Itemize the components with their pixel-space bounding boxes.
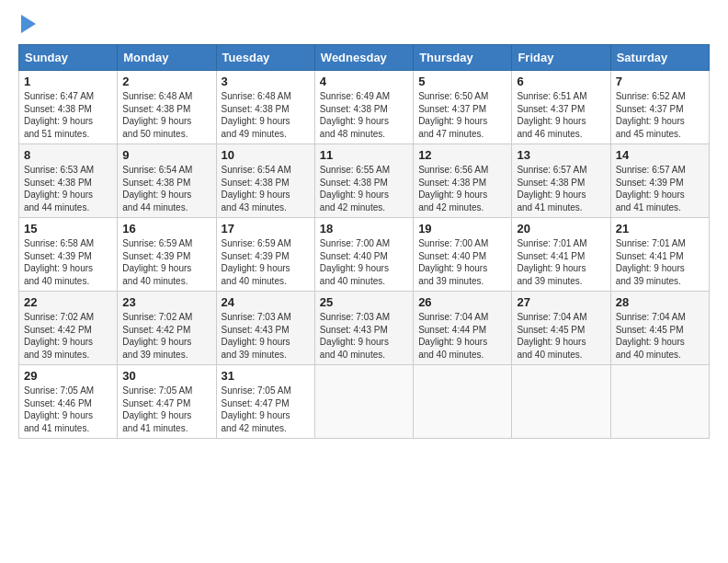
calendar-cell: 28Sunrise: 7:04 AMSunset: 4:45 PMDayligh… <box>610 292 709 365</box>
day-number: 12 <box>418 148 506 162</box>
day-info: Sunrise: 7:01 AMSunset: 4:41 PMDaylight:… <box>616 237 704 287</box>
day-info: Sunrise: 6:55 AMSunset: 4:38 PMDaylight:… <box>320 164 408 213</box>
day-info: Sunrise: 6:54 AMSunset: 4:38 PMDaylight:… <box>222 164 310 213</box>
calendar-cell: 18Sunrise: 7:00 AMSunset: 4:40 PMDayligh… <box>314 218 413 292</box>
calendar-cell: 12Sunrise: 6:56 AMSunset: 4:38 PMDayligh… <box>414 144 512 218</box>
day-number: 3 <box>222 75 310 88</box>
day-info: Sunrise: 6:49 AMSunset: 4:38 PMDaylight:… <box>320 90 408 140</box>
day-number: 19 <box>418 222 506 236</box>
calendar-header-tuesday: Tuesday <box>216 45 314 71</box>
day-number: 1 <box>24 75 112 88</box>
day-info: Sunrise: 6:56 AMSunset: 4:38 PMDaylight:… <box>418 164 506 213</box>
calendar-cell: 13Sunrise: 6:57 AMSunset: 4:38 PMDayligh… <box>512 144 610 218</box>
day-info: Sunrise: 7:05 AMSunset: 4:46 PMDaylight:… <box>24 385 112 434</box>
day-info: Sunrise: 6:52 AMSunset: 4:37 PMDaylight:… <box>616 90 704 140</box>
calendar-header-saturday: Saturday <box>610 45 709 71</box>
day-number: 31 <box>222 369 310 383</box>
day-number: 8 <box>24 148 112 162</box>
day-number: 13 <box>517 148 605 162</box>
day-info: Sunrise: 6:57 AMSunset: 4:39 PMDaylight:… <box>616 164 704 213</box>
day-info: Sunrise: 6:50 AMSunset: 4:37 PMDaylight:… <box>418 90 506 140</box>
calendar-header-sunday: Sunday <box>19 45 118 71</box>
calendar-cell: 1Sunrise: 6:47 AMSunset: 4:38 PMDaylight… <box>19 71 118 144</box>
day-number: 11 <box>320 148 408 162</box>
day-number: 15 <box>24 222 112 236</box>
day-number: 9 <box>122 148 210 162</box>
day-info: Sunrise: 7:00 AMSunset: 4:40 PMDaylight:… <box>418 237 506 287</box>
calendar-week-row: 15Sunrise: 6:58 AMSunset: 4:39 PMDayligh… <box>19 218 710 292</box>
day-info: Sunrise: 7:02 AMSunset: 4:42 PMDaylight:… <box>24 311 112 361</box>
day-number: 18 <box>320 222 408 236</box>
day-number: 30 <box>122 369 210 383</box>
day-info: Sunrise: 6:54 AMSunset: 4:38 PMDaylight:… <box>122 164 210 213</box>
calendar-cell: 4Sunrise: 6:49 AMSunset: 4:38 PMDaylight… <box>314 71 413 144</box>
day-number: 27 <box>517 295 605 309</box>
day-number: 5 <box>418 75 506 88</box>
day-info: Sunrise: 6:59 AMSunset: 4:39 PMDaylight:… <box>222 237 310 287</box>
day-number: 16 <box>122 222 210 236</box>
calendar-cell <box>610 365 709 439</box>
day-number: 4 <box>320 75 408 88</box>
calendar-header-row: SundayMondayTuesdayWednesdayThursdayFrid… <box>19 45 710 71</box>
day-info: Sunrise: 6:48 AMSunset: 4:38 PMDaylight:… <box>122 90 210 140</box>
day-number: 2 <box>122 75 210 88</box>
day-number: 14 <box>616 148 704 162</box>
header <box>18 17 710 33</box>
day-number: 23 <box>122 295 210 309</box>
day-number: 26 <box>418 295 506 309</box>
calendar-cell: 14Sunrise: 6:57 AMSunset: 4:39 PMDayligh… <box>610 144 709 218</box>
calendar-cell: 7Sunrise: 6:52 AMSunset: 4:37 PMDaylight… <box>610 71 709 144</box>
calendar-body: 1Sunrise: 6:47 AMSunset: 4:38 PMDaylight… <box>19 71 710 439</box>
day-info: Sunrise: 7:04 AMSunset: 4:44 PMDaylight:… <box>418 311 506 361</box>
calendar-cell: 25Sunrise: 7:03 AMSunset: 4:43 PMDayligh… <box>314 292 413 365</box>
calendar-cell: 17Sunrise: 6:59 AMSunset: 4:39 PMDayligh… <box>216 218 314 292</box>
calendar-cell: 16Sunrise: 6:59 AMSunset: 4:39 PMDayligh… <box>118 218 216 292</box>
day-number: 20 <box>517 222 605 236</box>
calendar-cell: 2Sunrise: 6:48 AMSunset: 4:38 PMDaylight… <box>118 71 216 144</box>
calendar-header-thursday: Thursday <box>414 45 512 71</box>
calendar-cell: 22Sunrise: 7:02 AMSunset: 4:42 PMDayligh… <box>19 292 118 365</box>
day-info: Sunrise: 7:03 AMSunset: 4:43 PMDaylight:… <box>222 311 310 361</box>
day-info: Sunrise: 6:48 AMSunset: 4:38 PMDaylight:… <box>222 90 310 140</box>
calendar-cell <box>512 365 610 439</box>
day-info: Sunrise: 7:04 AMSunset: 4:45 PMDaylight:… <box>517 311 605 361</box>
day-number: 25 <box>320 295 408 309</box>
calendar-cell: 11Sunrise: 6:55 AMSunset: 4:38 PMDayligh… <box>314 144 413 218</box>
day-info: Sunrise: 6:57 AMSunset: 4:38 PMDaylight:… <box>517 164 605 213</box>
day-number: 24 <box>222 295 310 309</box>
calendar-cell <box>314 365 413 439</box>
calendar-week-row: 22Sunrise: 7:02 AMSunset: 4:42 PMDayligh… <box>19 292 710 365</box>
calendar-cell: 19Sunrise: 7:00 AMSunset: 4:40 PMDayligh… <box>414 218 512 292</box>
logo <box>18 17 36 33</box>
calendar-cell: 5Sunrise: 6:50 AMSunset: 4:37 PMDaylight… <box>414 71 512 144</box>
day-number: 10 <box>222 148 310 162</box>
calendar-cell: 15Sunrise: 6:58 AMSunset: 4:39 PMDayligh… <box>19 218 118 292</box>
day-info: Sunrise: 7:05 AMSunset: 4:47 PMDaylight:… <box>122 385 210 434</box>
calendar-cell: 9Sunrise: 6:54 AMSunset: 4:38 PMDaylight… <box>118 144 216 218</box>
calendar-header-wednesday: Wednesday <box>314 45 413 71</box>
day-info: Sunrise: 6:59 AMSunset: 4:39 PMDaylight:… <box>122 237 210 287</box>
calendar-cell: 6Sunrise: 6:51 AMSunset: 4:37 PMDaylight… <box>512 71 610 144</box>
day-number: 28 <box>616 295 704 309</box>
day-info: Sunrise: 7:02 AMSunset: 4:42 PMDaylight:… <box>122 311 210 361</box>
day-info: Sunrise: 7:03 AMSunset: 4:43 PMDaylight:… <box>320 311 408 361</box>
calendar-cell: 3Sunrise: 6:48 AMSunset: 4:38 PMDaylight… <box>216 71 314 144</box>
logo-arrow-icon <box>21 15 36 33</box>
calendar-week-row: 8Sunrise: 6:53 AMSunset: 4:38 PMDaylight… <box>19 144 710 218</box>
page-container: SundayMondayTuesdayWednesdayThursdayFrid… <box>0 0 728 448</box>
day-info: Sunrise: 6:47 AMSunset: 4:38 PMDaylight:… <box>24 90 112 140</box>
day-number: 6 <box>517 75 605 88</box>
day-number: 7 <box>616 75 704 88</box>
calendar-cell: 31Sunrise: 7:05 AMSunset: 4:47 PMDayligh… <box>216 365 314 439</box>
calendar-week-row: 1Sunrise: 6:47 AMSunset: 4:38 PMDaylight… <box>19 71 710 144</box>
calendar-header-friday: Friday <box>512 45 610 71</box>
day-info: Sunrise: 6:51 AMSunset: 4:37 PMDaylight:… <box>517 90 605 140</box>
calendar-cell <box>414 365 512 439</box>
day-number: 29 <box>24 369 112 383</box>
calendar-cell: 30Sunrise: 7:05 AMSunset: 4:47 PMDayligh… <box>118 365 216 439</box>
day-info: Sunrise: 6:53 AMSunset: 4:38 PMDaylight:… <box>24 164 112 213</box>
day-number: 21 <box>616 222 704 236</box>
calendar-cell: 10Sunrise: 6:54 AMSunset: 4:38 PMDayligh… <box>216 144 314 218</box>
calendar-week-row: 29Sunrise: 7:05 AMSunset: 4:46 PMDayligh… <box>19 365 710 439</box>
calendar-cell: 27Sunrise: 7:04 AMSunset: 4:45 PMDayligh… <box>512 292 610 365</box>
